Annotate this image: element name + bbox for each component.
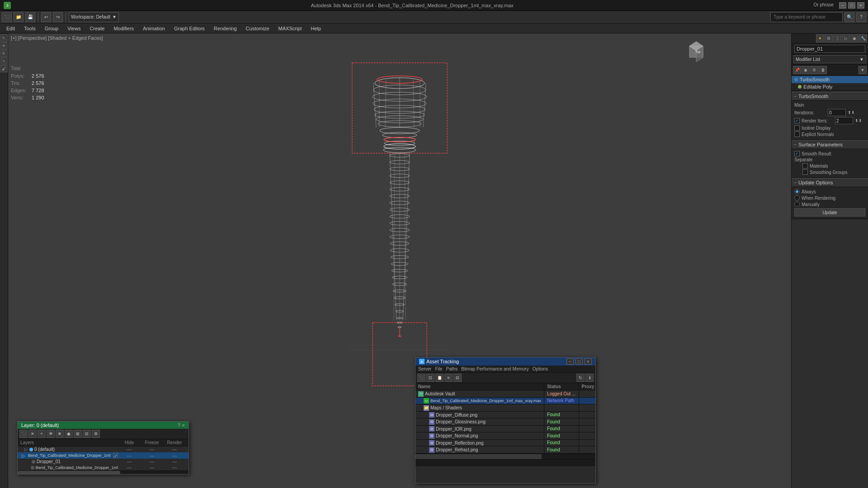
asset-menu-options[interactable]: Options (533, 366, 548, 371)
layers-close-button[interactable]: × (182, 422, 185, 428)
asset-tb-refresh[interactable]: ↻ (576, 374, 585, 382)
layer-visibility-check[interactable]: ✓ (113, 453, 118, 458)
modify-icon[interactable]: ⚙ (825, 34, 833, 42)
menu-tools[interactable]: Tools (19, 25, 40, 32)
minimize-button[interactable]: − (839, 2, 846, 9)
asset-table-container[interactable]: Name Status Proxy VAutodesk Vault Logged… (415, 383, 595, 454)
display-icon[interactable]: ◉ (850, 34, 859, 42)
layer-row-dropper01[interactable]: Dropper_01 — — — (18, 459, 189, 465)
layer-row-bend-sub[interactable]: Bend_Tip_Calibrated_Medicine_Dropper_1ml… (18, 465, 189, 470)
layers-scrollbar[interactable] (18, 470, 189, 474)
asset-row-glossiness[interactable]: 🖼Dropper_Glossiness.png Found (415, 418, 595, 426)
menu-edit[interactable]: Edit (2, 25, 19, 32)
menu-help[interactable]: Help (307, 25, 326, 32)
render-iters-checkbox[interactable]: ✓ (794, 118, 800, 123)
move-tool[interactable]: ✛ (0, 42, 8, 49)
help-button[interactable]: ? (856, 12, 866, 22)
layers-add-button[interactable]: + (38, 430, 46, 438)
materials-checkbox[interactable] (802, 163, 808, 169)
asset-row-diffuse[interactable]: 🖼Dropper_Diffuse.png Found (415, 411, 595, 418)
select-tool[interactable]: ↖ (0, 34, 8, 42)
modifier-turbosmooth[interactable]: TurboSmooth (792, 76, 868, 83)
rotate-tool[interactable]: ↻ (0, 50, 8, 57)
asset-maximize-button[interactable]: □ (576, 358, 583, 365)
viewport[interactable]: [+] [Perspective] [Shaded + Edged Faces]… (8, 33, 791, 488)
asset-row-max-file[interactable]: MBend_Tip_Calibrated_Medicine_Dropper_1m… (415, 397, 595, 404)
smooth-result-checkbox[interactable]: ✓ (794, 151, 800, 156)
layers-settings-button[interactable]: ⚙ (92, 430, 100, 438)
isoline-checkbox[interactable] (794, 125, 800, 131)
menu-maxscript[interactable]: MAXScript (274, 25, 307, 32)
asset-row-vault[interactable]: VAutodesk Vault Logged Out ... (415, 390, 595, 398)
always-radio[interactable] (794, 189, 800, 194)
utilities-icon[interactable]: 🔧 (859, 34, 867, 42)
close-button[interactable]: × (857, 2, 864, 9)
asset-tb-1[interactable]: ⬛ (417, 374, 425, 382)
workspace-dropdown[interactable]: Workspace: Default ▼ (69, 12, 119, 22)
viewport-cube[interactable]: Top (683, 37, 710, 64)
explicit-normals-checkbox[interactable] (794, 131, 800, 137)
asset-panel-title[interactable]: A Asset Tracking − □ × (415, 357, 595, 366)
mod-pin-icon[interactable]: 📌 (793, 66, 801, 74)
layers-freeze-all-button[interactable]: ❄ (56, 430, 64, 438)
asset-menu-bitmap[interactable]: Bitmap Performance and Memory (461, 366, 529, 371)
col-status[interactable]: Status (544, 383, 579, 390)
search-input[interactable] (770, 12, 843, 22)
asset-close-button[interactable]: × (585, 358, 592, 365)
col-proxy[interactable]: Proxy (579, 383, 595, 390)
asset-row-ior[interactable]: 🖼Dropper_IOR.png Found (415, 425, 595, 432)
asset-tb-info[interactable]: ℹ (585, 374, 594, 382)
new-button[interactable]: ⬛ (2, 12, 12, 22)
layers-render-all-button[interactable]: ◉ (65, 430, 73, 438)
create-icon[interactable]: ✦ (816, 34, 824, 42)
menu-modifiers[interactable]: Modifiers (109, 25, 138, 32)
layer-row-default[interactable]: ▷ 0 (default) — — — (18, 446, 189, 452)
scale-tool[interactable]: ⤡ (0, 57, 8, 65)
layers-panel-title[interactable]: Layer: 0 (default) ? × (18, 422, 189, 429)
layers-collapse-button[interactable]: ⊟ (83, 430, 91, 438)
menu-rendering[interactable]: Rendering (209, 25, 241, 32)
paint-tool[interactable]: 🖌 (0, 65, 8, 72)
layers-delete-button[interactable]: ✕ (28, 430, 37, 438)
asset-tb-3[interactable]: 📋 (435, 374, 443, 382)
col-name[interactable]: Name (415, 383, 544, 390)
layer-row-bend-tip[interactable]: ▷ Bend_Tip_Calibrated_Medicine_Dropper_1… (18, 452, 189, 459)
layers-help-button[interactable]: ? (177, 422, 180, 428)
search-button[interactable]: 🔍 (844, 12, 854, 22)
menu-views[interactable]: Views (63, 25, 85, 32)
asset-tb-2[interactable]: ⊡ (426, 374, 434, 382)
mod-configure-icon[interactable]: ⚙ (810, 66, 818, 74)
render-iters-spinner[interactable]: ⬆⬇ (855, 118, 862, 123)
menu-customize[interactable]: Customize (241, 25, 274, 32)
manually-radio[interactable] (794, 202, 800, 207)
menu-group[interactable]: Group (40, 25, 63, 32)
asset-menu-server[interactable]: Server (418, 366, 431, 371)
surface-params-section-header[interactable]: Surface Parameters (792, 140, 868, 149)
motion-icon[interactable]: ▷ (842, 34, 850, 42)
asset-minimize-button[interactable]: − (566, 358, 574, 365)
asset-scrollbar-horizontal[interactable] (415, 454, 595, 459)
menu-graph-editors[interactable]: Graph Editors (170, 25, 209, 32)
asset-menu-file[interactable]: File (435, 366, 442, 371)
render-iters-input[interactable] (835, 117, 853, 124)
mod-trash-icon[interactable]: 🗑 (819, 66, 827, 74)
object-name-input[interactable] (794, 45, 865, 53)
save-button[interactable]: 💾 (25, 12, 35, 22)
menu-animation[interactable]: Animation (138, 25, 170, 32)
asset-row-maps[interactable]: 📁Maps / Shaders (415, 404, 595, 412)
open-button[interactable]: 📁 (14, 12, 24, 22)
undo-button[interactable]: ↩ (41, 12, 51, 22)
smoothing-groups-checkbox[interactable] (802, 169, 808, 175)
iterations-spinner[interactable]: ⬆⬇ (848, 110, 855, 115)
modifier-list-dropdown[interactable]: Modifier List ▼ (793, 55, 866, 63)
layers-hide-all-button[interactable]: 👁 (47, 430, 55, 438)
menu-create[interactable]: Create (85, 25, 109, 32)
layers-expand-button[interactable]: ⊞ (74, 430, 82, 438)
update-button[interactable]: Update (794, 208, 865, 216)
maximize-button[interactable]: □ (848, 2, 855, 9)
redo-button[interactable]: ↪ (53, 12, 63, 22)
modifier-editable-poly[interactable]: Editable Poly (792, 83, 868, 90)
asset-menu-paths[interactable]: Paths (446, 366, 458, 371)
mod-show-icon[interactable]: ◉ (802, 66, 810, 74)
layers-new-button[interactable]: ⬛ (19, 430, 28, 438)
